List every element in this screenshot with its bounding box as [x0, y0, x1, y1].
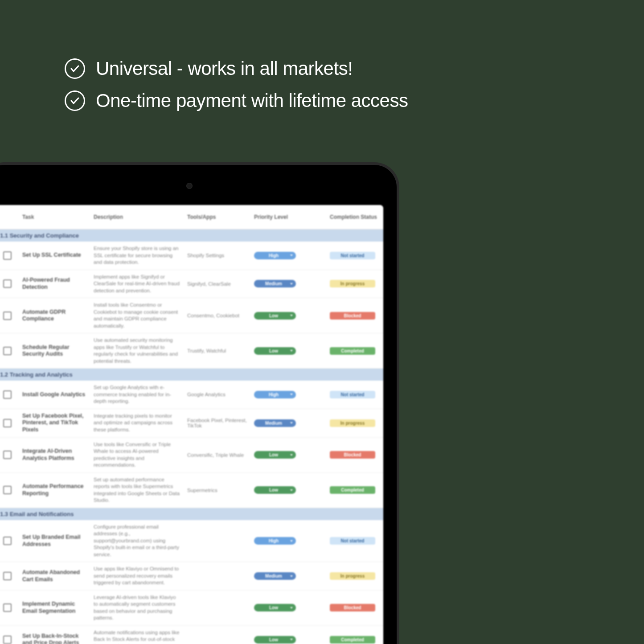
task-tools — [184, 537, 250, 545]
status-badge[interactable]: Blocked — [330, 604, 375, 611]
status-badge[interactable]: Completed — [330, 486, 375, 494]
priority-pill[interactable]: Medium — [254, 572, 296, 580]
priority-pill[interactable]: Low — [254, 347, 296, 355]
task-name: Implement Dynamic Email Segmentation — [19, 597, 90, 618]
row-checkbox[interactable] — [3, 312, 12, 320]
task-description: Use automated security monitoring apps l… — [90, 333, 184, 368]
task-tools — [184, 573, 250, 580]
col-task: Task — [19, 211, 90, 223]
priority-pill[interactable]: Medium — [254, 419, 296, 427]
priority-pill[interactable]: Low — [254, 451, 296, 459]
task-tools: Supermetrics — [184, 484, 250, 496]
status-badge[interactable]: Not started — [330, 537, 375, 545]
col-status: Completion Status — [326, 211, 383, 223]
priority-pill[interactable]: Low — [254, 312, 296, 320]
feature-list: Universal - works in all markets! One-ti… — [65, 58, 408, 122]
task-name: Set Up Branded Email Addresses — [19, 530, 90, 551]
tablet-device: Task Description Tools/Apps Priority Lev… — [0, 165, 397, 644]
task-description: Use apps like Klaviyo or Omnisend to sen… — [90, 562, 184, 590]
task-tools: Facebook Pixel, Pinterest, TikTok — [184, 414, 250, 432]
task-description: Set up automated performance reports wit… — [90, 473, 184, 508]
status-badge[interactable]: Not started — [330, 391, 375, 398]
table-row: AI-Powered Fraud DetectionImplement apps… — [0, 270, 383, 299]
spreadsheet: Task Description Tools/Apps Priority Lev… — [0, 205, 383, 644]
tablet-camera-icon — [186, 183, 193, 189]
check-circle-icon — [65, 90, 85, 111]
task-name: Schedule Regular Security Audits — [19, 340, 90, 361]
status-badge[interactable]: In progress — [330, 419, 375, 427]
section-header: 1.3 Email and Notifications — [0, 508, 383, 520]
task-description: Automate notifications using apps like B… — [90, 626, 184, 644]
status-badge[interactable]: Completed — [330, 347, 375, 355]
feature-text: One-time payment with lifetime access — [96, 90, 408, 111]
table-row: Schedule Regular Security AuditsUse auto… — [0, 333, 383, 369]
row-checkbox[interactable] — [3, 279, 12, 288]
task-description: Implement apps like Signifyd or ClearSal… — [90, 270, 184, 298]
task-name: Automate Abandoned Cart Emails — [19, 566, 90, 587]
table-row: Automate GDPR ComplianceInstall tools li… — [0, 298, 383, 333]
task-tools: Signifyd, ClearSale — [184, 278, 250, 290]
tablet-screen: Task Description Tools/Apps Priority Lev… — [0, 205, 383, 644]
row-checkbox[interactable] — [3, 486, 12, 494]
table-row: Set Up Back-In-Stock and Price Drop Aler… — [0, 626, 383, 644]
task-tools — [184, 604, 250, 611]
task-name: Automate GDPR Compliance — [19, 305, 90, 326]
row-checkbox[interactable] — [3, 603, 12, 612]
task-tools: Consentmo, Cookiebot — [184, 309, 250, 322]
status-badge[interactable]: Completed — [330, 636, 375, 644]
status-badge[interactable]: In progress — [330, 280, 375, 287]
row-checkbox[interactable] — [3, 572, 12, 580]
section-header: 1.1 Security and Compliance — [0, 230, 383, 242]
col-priority: Priority Level — [250, 211, 326, 223]
col-check — [0, 214, 19, 220]
task-name: Set Up Back-In-Stock and Price Drop Aler… — [19, 629, 90, 644]
status-badge[interactable]: Blocked — [330, 451, 375, 459]
table-row: Set Up Facebook Pixel, Pinterest, and Ti… — [0, 409, 383, 438]
task-tools: Shopify Settings — [184, 249, 250, 262]
table-row: Set Up Branded Email AddressesConfigure … — [0, 520, 383, 562]
task-description: Use tools like Conversific or Triple Wha… — [90, 438, 184, 472]
priority-pill[interactable]: Medium — [254, 280, 296, 287]
task-name: Set Up SSL Certificate — [19, 248, 90, 263]
task-tools: Trustify, Watchful — [184, 345, 250, 357]
task-description: Set up Google Analytics with e-commerce … — [90, 381, 184, 409]
priority-pill[interactable]: Low — [254, 604, 296, 611]
task-description: Configure professional email addresses (… — [90, 520, 184, 562]
task-description: Install tools like Consentmo or Cookiebo… — [90, 298, 184, 333]
status-badge[interactable]: In progress — [330, 572, 375, 580]
section-header: 1.2 Tracking and Analytics — [0, 369, 383, 381]
row-checkbox[interactable] — [3, 419, 12, 427]
feature-item: Universal - works in all markets! — [65, 58, 408, 79]
row-checkbox[interactable] — [3, 390, 12, 399]
row-checkbox[interactable] — [3, 251, 12, 260]
table-header-row: Task Description Tools/Apps Priority Lev… — [0, 205, 383, 230]
priority-pill[interactable]: Low — [254, 486, 296, 494]
table-row: Automate Abandoned Cart EmailsUse apps l… — [0, 562, 383, 591]
table-row: Set Up SSL CertificateEnsure your Shopif… — [0, 242, 383, 270]
status-badge[interactable]: Blocked — [330, 312, 375, 320]
task-name: Automate Performance Reporting — [19, 480, 90, 500]
status-badge[interactable]: Not started — [330, 252, 375, 259]
col-tools: Tools/Apps — [184, 211, 250, 223]
task-tools: Conversific, Triple Whale — [184, 449, 250, 461]
task-tools: Google Analytics — [184, 388, 250, 401]
col-description: Description — [90, 211, 184, 223]
task-description: Integrate tracking pixels to monitor and… — [90, 409, 184, 437]
row-checkbox[interactable] — [3, 347, 12, 355]
task-name: Integrate AI-Driven Analytics Platforms — [19, 444, 90, 465]
priority-pill[interactable]: Low — [254, 636, 296, 644]
priority-pill[interactable]: High — [254, 537, 296, 545]
task-name: AI-Powered Fraud Detection — [19, 273, 90, 294]
row-checkbox[interactable] — [3, 537, 12, 545]
task-description: Ensure your Shopify store is using an SS… — [90, 242, 184, 270]
task-name: Set Up Facebook Pixel, Pinterest, and Ti… — [19, 409, 90, 437]
priority-pill[interactable]: High — [254, 252, 296, 259]
row-checkbox[interactable] — [3, 451, 12, 459]
feature-item: One-time payment with lifetime access — [65, 90, 408, 111]
row-checkbox[interactable] — [3, 636, 12, 644]
feature-text: Universal - works in all markets! — [96, 58, 353, 79]
priority-pill[interactable]: High — [254, 391, 296, 398]
task-name: Install Google Analytics — [19, 388, 90, 402]
table-row: Install Google AnalyticsSet up Google An… — [0, 381, 383, 409]
table-row: Integrate AI-Driven Analytics PlatformsU… — [0, 438, 383, 473]
